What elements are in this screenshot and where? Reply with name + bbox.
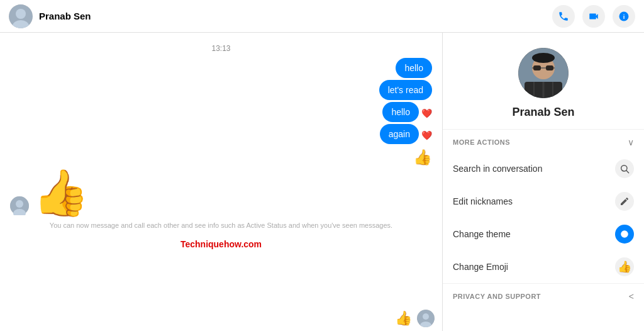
svg-point-17 (532, 53, 555, 63)
svg-point-1 (16, 9, 26, 19)
chat-header: Pranab Sen i (0, 0, 644, 33)
system-message: You can now message and call each other … (10, 222, 432, 229)
theme-action-icon (615, 225, 634, 244)
edit-nicknames-label: Edit nicknames (453, 196, 513, 206)
message-bubble: again (380, 124, 419, 144)
message-bubble: hello (382, 102, 419, 122)
more-actions-header: MORE ACTIONS ∨ (443, 129, 644, 152)
privacy-section-header: PRIVACY AND SUPPORT < (443, 283, 644, 306)
profile-section: Pranab Sen (443, 33, 644, 129)
header-action-icons: i (552, 5, 635, 28)
pencil-icon (619, 196, 630, 206)
edit-nicknames-item[interactable]: Edit nicknames (443, 185, 644, 218)
search-in-conversation-label: Search in conversation (453, 164, 542, 174)
svg-rect-19 (546, 65, 553, 70)
reaction-badge: ❤️ (421, 108, 432, 118)
search-action-icon (615, 159, 634, 178)
change-emoji-item[interactable]: Change Emoji 👍 (443, 250, 644, 283)
large-thumbs-up: 👍 (33, 170, 89, 215)
emoji-action-icon: 👍 (615, 257, 634, 276)
info-button[interactable]: i (613, 5, 635, 28)
svg-point-6 (16, 200, 23, 208)
bottom-thumbs-up: 👍 (395, 310, 412, 327)
sent-messages-group: hello let's read hello ❤️ again ❤️ 👍 (10, 58, 432, 166)
message-timestamp: 13:13 (10, 44, 432, 53)
phone-call-button[interactable] (552, 5, 575, 28)
video-call-button[interactable] (582, 5, 605, 28)
message-bubble: let's read (379, 80, 432, 100)
svg-rect-18 (533, 65, 541, 70)
change-theme-item[interactable]: Change theme (443, 218, 644, 250)
privacy-chevron[interactable]: < (629, 291, 634, 301)
chat-area: 13:13 hello let's read hello ❤️ again ❤️ (0, 33, 443, 331)
more-actions-chevron[interactable]: ∨ (628, 137, 634, 147)
change-emoji-label: Change Emoji (453, 262, 508, 272)
received-message-row: 👍 (10, 170, 432, 215)
svg-point-25 (621, 230, 628, 238)
search-in-conversation-item[interactable]: Search in conversation (443, 152, 644, 185)
right-panel: Pranab Sen MORE ACTIONS ∨ Search in conv… (443, 33, 644, 331)
chat-bottom-row: 👍 (0, 306, 442, 331)
circle-icon (620, 230, 629, 238)
message-row-3: hello ❤️ (382, 102, 432, 124)
phone-icon (558, 11, 569, 22)
message-row-4: again ❤️ (380, 124, 432, 146)
reaction-badge-2: ❤️ (421, 130, 432, 140)
watermark-text: Techniquehow.com (180, 239, 262, 249)
bottom-user-avatar (417, 310, 435, 327)
edit-action-icon (615, 192, 634, 211)
search-icon (619, 164, 630, 174)
svg-line-24 (626, 171, 629, 173)
message-bubble: hello (396, 58, 432, 78)
profile-name: Pranab Sen (512, 106, 574, 119)
svg-text:i: i (623, 13, 625, 20)
header-avatar (9, 4, 33, 28)
change-theme-label: Change theme (453, 229, 511, 239)
message-row-2: let's read (379, 80, 432, 102)
header-contact-name: Pranab Sen (39, 11, 552, 21)
more-actions-label: MORE ACTIONS (453, 138, 510, 146)
info-icon: i (618, 11, 630, 22)
main-content: 13:13 hello let's read hello ❤️ again ❤️ (0, 33, 644, 331)
chat-messages[interactable]: 13:13 hello let's read hello ❤️ again ❤️ (0, 33, 442, 306)
profile-avatar (518, 48, 569, 98)
privacy-label: PRIVACY AND SUPPORT (453, 293, 541, 300)
thumbs-up-sent: 👍 (413, 149, 432, 166)
video-icon (588, 11, 599, 22)
other-user-avatar (10, 196, 29, 215)
message-row-1: hello (396, 58, 432, 80)
svg-point-9 (423, 313, 429, 320)
